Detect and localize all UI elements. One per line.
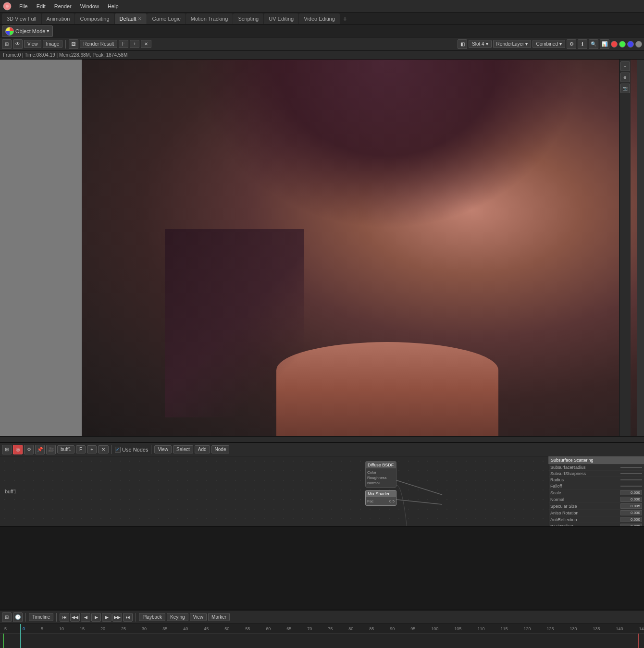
render-horizontal-scroll[interactable] [0,436,644,442]
combined-selector[interactable]: Combined ▾ [533,40,565,48]
main-area: Object Mode ▾ ⊞ 👁 View Image 🖼 Render Re… [0,25,644,648]
node-add-btn[interactable]: Add [195,445,210,453]
play-btn[interactable]: ▶ [91,613,101,622]
node-x-btn[interactable]: ✕ [98,445,109,453]
menu-file[interactable]: File [15,2,32,10]
mode-icon [5,27,14,36]
histogram-icon[interactable]: 📊 [600,39,609,49]
menu-edit[interactable]: Edit [33,2,50,10]
node-box-2[interactable]: Mix Shader Fac 0.5 [365,490,396,506]
close-slot-btn[interactable]: ✕ [141,40,151,48]
render-settings-icon[interactable]: ⚙ [567,39,576,49]
slot-selector[interactable]: Slot 4 ▾ [469,40,492,48]
node-f-btn[interactable]: F [76,445,86,453]
render-image-viewport: + ⊕ 📷 [82,60,637,436]
node-grid-bg [0,456,644,526]
node-type-icon[interactable]: ◎ [13,445,23,454]
prop-row-5: Normal 0.000 [548,496,644,503]
object-mode-selector[interactable]: Object Mode ▾ [2,25,53,37]
tab-animation[interactable]: Animation [42,13,75,24]
playback-label[interactable]: Playback [139,613,165,621]
render-layer-selector[interactable]: RenderLayer ▾ [493,40,532,48]
view-3d-icon[interactable]: + [620,61,630,71]
color-g [619,41,626,48]
f-button[interactable]: F [119,40,128,48]
use-nodes-check-icon[interactable] [115,447,121,452]
prop-row-3: Falloff [548,483,644,489]
zoom-icon[interactable]: 🔍 [589,39,598,49]
tab-default[interactable]: Default ✕ [115,13,147,24]
prev-keyframe-btn[interactable]: ◀◀ [70,613,80,622]
node-view-btn[interactable]: View [154,445,172,453]
tab-scripting[interactable]: Scripting [233,13,263,24]
skip-end-btn[interactable]: ⏭ [123,613,133,622]
tab-uv-editing[interactable]: UV Editing [264,13,298,24]
next-frame-btn[interactable]: ▶ [102,613,111,622]
image-menu-btn[interactable]: Image [43,40,63,48]
render-view-icon[interactable]: 👁 [13,39,23,49]
menu-render[interactable]: Render [50,2,75,10]
node-node-btn[interactable]: Node [211,445,230,453]
timeline-type-label[interactable]: Timeline [29,613,53,621]
camera-icon[interactable]: 📷 [620,84,630,93]
render-type-icon[interactable]: 🖼 [69,39,78,49]
menu-window[interactable]: Window [76,2,103,10]
node-toolbar: ⊞ ◎ ⚙ 📌 🎥 buff1 F + ✕ Use Nodes View Sel… [0,443,644,456]
color-r [611,41,618,48]
node-header-1: Diffuse BSDF [366,462,396,468]
frame-numbers: -5 0 5 10 15 20 25 30 35 40 45 50 55 60 … [3,626,644,631]
node-area[interactable]: buff1 Diffuse BSDF Color Roughness Norma… [0,456,644,526]
node-row-1: Color [367,470,395,475]
node-editor-section: ⊞ ◎ ⚙ 📌 🎥 buff1 F + ✕ Use Nodes View Sel… [0,443,644,527]
slot-icon[interactable]: ◧ [458,39,467,49]
render-section: Object Mode ▾ ⊞ 👁 View Image 🖼 Render Re… [0,25,644,443]
timeline-area[interactable]: -5 0 5 10 15 20 25 30 35 40 45 50 55 60 … [0,624,644,648]
tl-sep [25,613,26,622]
node-settings-icon[interactable]: ⚙ [24,445,34,454]
buff-label: buff1 [5,489,16,494]
prop-row-6: Specular Size 0.005 [548,503,644,510]
tab-game-logic[interactable]: Game Logic [147,13,185,24]
render-right-toolbar: + ⊕ 📷 [619,60,631,436]
node-header-2: Mix Shader [366,490,396,497]
timeline-clock-icon[interactable]: 🕐 [13,612,23,622]
timeline-panel-icon[interactable]: ⊞ [2,612,12,622]
node-panel-icon[interactable]: ⊞ [2,445,12,454]
prop-row-4: Scale 0.000 [548,489,644,496]
node-box-1[interactable]: Diffuse BSDF Color Roughness Normal [365,461,396,488]
tab-video-editing[interactable]: Video Editing [299,13,340,24]
node-sep2 [151,445,151,454]
pivot-icon[interactable]: ⊕ [620,73,630,82]
node-pin-icon[interactable]: 📌 [35,445,45,454]
node-row-2: Roughness [367,475,395,480]
add-workspace-tab[interactable]: + [340,14,350,24]
tl-marker-label[interactable]: Marker [208,613,230,621]
timeline-playhead[interactable] [20,624,21,648]
right-scrollbar[interactable] [637,60,644,436]
node-sep [111,445,112,454]
tl-view-label[interactable]: View [190,613,207,621]
menu-help[interactable]: Help [104,2,123,10]
tab-close-icon[interactable]: ✕ [138,16,142,21]
metadata-icon[interactable]: ℹ [578,39,587,49]
tl-sep2 [56,613,57,622]
skip-start-btn[interactable]: ⏮ [60,613,69,622]
node-select-btn[interactable]: Select [173,445,193,453]
prop-row-1: SubsurfSharpness [548,471,644,477]
tab-motion-tracking[interactable]: Motion Tracking [186,13,233,24]
add-slot-btn[interactable]: + [130,40,139,48]
svg-point-1 [6,5,9,8]
node-camera-icon[interactable]: 🎥 [46,445,56,454]
view-menu-btn[interactable]: View [24,40,41,48]
prev-frame-btn[interactable]: ◀ [81,613,90,622]
node-props-header: Subsurface Scattering [548,456,644,465]
next-keyframe-btn[interactable]: ▶▶ [112,613,122,622]
render-panel-icon[interactable]: ⊞ [2,39,12,49]
tab-compositing[interactable]: Compositing [75,13,114,24]
keying-label[interactable]: Keying [167,613,188,621]
use-nodes-checkbox[interactable]: Use Nodes [115,447,148,452]
tab-3d-view-full[interactable]: 3D View Full [2,13,41,24]
node-row-3: Normal [367,480,395,486]
render-neck [276,342,498,436]
node-plus-btn[interactable]: + [87,445,97,453]
